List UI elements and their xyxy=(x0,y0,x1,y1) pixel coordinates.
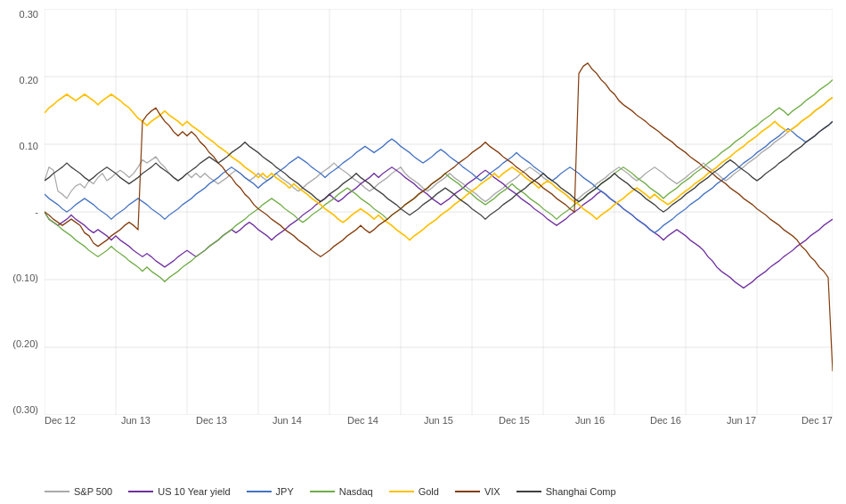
series-shanghai xyxy=(45,121,833,219)
legend-item-gold: Gold xyxy=(389,486,439,497)
y-label-n030: (0.30) xyxy=(12,404,38,415)
x-label-jun15: Jun 15 xyxy=(424,415,453,426)
chart-container: 0.30 0.20 0.10 - (0.10) (0.20) (0.30) xyxy=(0,0,846,504)
y-label-030: 0.30 xyxy=(20,9,38,20)
legend-label-gold: Gold xyxy=(419,486,439,497)
legend-item-vix: VIX xyxy=(455,486,500,497)
x-label-dec17: Dec 17 xyxy=(801,415,833,426)
legend-label-nasdaq: Nasdaq xyxy=(339,486,373,497)
y-label-n020: (0.20) xyxy=(12,338,38,349)
y-label-n010: (0.10) xyxy=(12,272,38,283)
y-label-0: - xyxy=(35,207,38,217)
legend-label-shanghai: Shanghai Comp xyxy=(546,486,616,497)
legend-line-10yr xyxy=(128,491,153,492)
legend: S&P 500 US 10 Year yield JPY Nasdaq Gold… xyxy=(45,486,833,497)
legend-line-shanghai xyxy=(517,491,541,492)
x-label-jun17: Jun 17 xyxy=(727,415,756,426)
legend-line-gold xyxy=(389,491,414,492)
legend-item-sp500: S&P 500 xyxy=(45,486,112,497)
x-label-jun14: Jun 14 xyxy=(273,415,302,426)
series-nasdaq xyxy=(45,80,833,282)
x-label-dec13: Dec 13 xyxy=(196,415,227,426)
x-label-dec15: Dec 15 xyxy=(499,415,530,426)
legend-item-shanghai: Shanghai Comp xyxy=(517,486,616,497)
legend-line-nasdaq xyxy=(310,491,335,492)
legend-label-jpy: JPY xyxy=(276,486,294,497)
x-label-jun13: Jun 13 xyxy=(121,415,150,426)
legend-label-10yr: US 10 Year yield xyxy=(158,486,230,497)
chart-area xyxy=(45,9,833,415)
legend-item-jpy: JPY xyxy=(247,486,294,497)
x-label-jun16: Jun 16 xyxy=(575,415,605,426)
x-axis-labels: Dec 12 Jun 13 Dec 13 Jun 14 Dec 14 Jun 1… xyxy=(45,415,833,426)
legend-item-nasdaq: Nasdaq xyxy=(310,486,373,497)
series-jpy xyxy=(45,121,833,232)
legend-label-vix: VIX xyxy=(484,486,500,497)
y-axis-labels: 0.30 0.20 0.10 - (0.10) (0.20) (0.30) xyxy=(0,9,43,415)
legend-line-sp500 xyxy=(45,491,69,492)
series-10yr xyxy=(45,167,833,289)
legend-label-sp500: S&P 500 xyxy=(74,486,112,497)
x-label-dec14: Dec 14 xyxy=(347,415,378,426)
legend-line-vix xyxy=(455,491,480,492)
y-label-010: 0.10 xyxy=(20,141,38,151)
legend-item-10yr: US 10 Year yield xyxy=(128,486,230,497)
legend-line-jpy xyxy=(247,491,272,492)
x-label-dec12: Dec 12 xyxy=(45,415,76,426)
y-label-020: 0.20 xyxy=(20,75,38,85)
series-gold xyxy=(45,94,833,240)
x-label-dec16: Dec 16 xyxy=(650,415,681,426)
chart-svg xyxy=(45,9,833,415)
